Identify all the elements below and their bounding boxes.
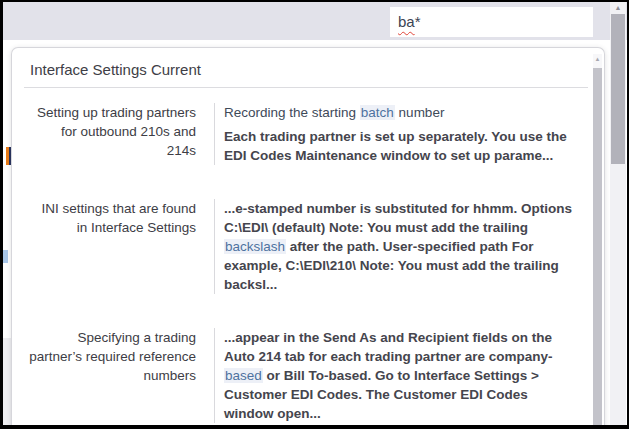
excerpt-text: number	[395, 105, 445, 120]
result-excerpt: Each trading partner is set up separatel…	[224, 127, 574, 165]
screenshot-frame: ba* Interface Settings Current Setting u…	[0, 0, 629, 429]
popup-scrollbar[interactable]: ▲	[593, 54, 602, 425]
popup-scroll-up-icon[interactable]: ▲	[593, 54, 602, 64]
result-content: Recording the starting batch numberEach …	[214, 103, 574, 165]
page-scrollbar-thumb[interactable]	[611, 14, 625, 164]
excerpt-text: or Bill To-based. Go to Interface Settin…	[224, 368, 539, 421]
search-result-row[interactable]: Setting up trading partners for outbound…	[12, 97, 604, 179]
matched-term: backslash	[224, 239, 286, 254]
result-content: ...appear in the Send As and Recipient f…	[214, 328, 574, 423]
search-result-row[interactable]: INI settings that are found in Interface…	[12, 193, 604, 308]
popup-scrollbar-thumb[interactable]	[593, 68, 602, 425]
excerpt-text: Recording the starting	[224, 105, 360, 120]
results-group-title: Interface Settings Current	[12, 48, 604, 87]
search-input-value: ba*	[398, 7, 421, 37]
result-title: Recording the starting batch number	[224, 103, 574, 122]
search-term-misspelled: ba	[398, 13, 415, 30]
search-results-popup: Interface Settings Current Setting up tr…	[11, 47, 605, 425]
result-topic-label: Specifying a trading partner’s required …	[12, 328, 196, 423]
search-results-list: Setting up trading partners for outbound…	[12, 88, 604, 425]
result-excerpt: ...e-stamped number is substituted for h…	[224, 199, 574, 294]
excerpt-text: Each trading partner is set up separatel…	[224, 129, 567, 163]
result-content: ...e-stamped number is substituted for h…	[214, 199, 574, 294]
result-topic-label: Setting up trading partners for outbound…	[12, 103, 196, 165]
excerpt-text: ...appear in the Send As and Recipient f…	[224, 330, 553, 364]
search-result-row[interactable]: Specifying a trading partner’s required …	[12, 322, 604, 425]
background-link-fragment	[3, 250, 8, 263]
page-scroll-up-icon[interactable]: ▲	[610, 2, 626, 14]
search-term-wildcard: *	[415, 13, 421, 30]
result-excerpt: ...appear in the Send As and Recipient f…	[224, 328, 574, 423]
result-topic-label: INI settings that are found in Interface…	[12, 199, 196, 294]
page-scrollbar[interactable]: ▲	[610, 2, 626, 425]
search-input[interactable]: ba*	[390, 7, 593, 37]
matched-term: batch	[360, 105, 395, 120]
matched-term: based	[224, 368, 263, 383]
top-bar: ba*	[3, 2, 627, 40]
app-viewport: ba* Interface Settings Current Setting u…	[3, 2, 627, 425]
excerpt-text: ...e-stamped number is substituted for h…	[224, 201, 572, 235]
